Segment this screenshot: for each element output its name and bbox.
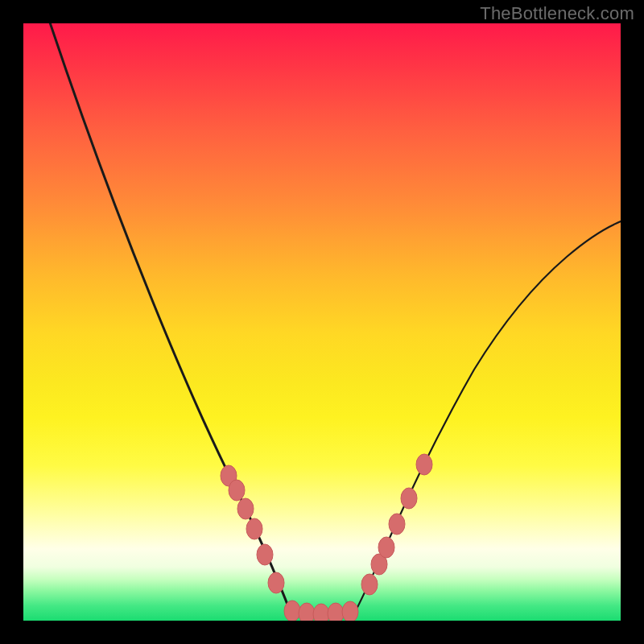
marker-dot (313, 604, 329, 621)
curve-layer (23, 23, 621, 621)
marker-dot (257, 544, 273, 565)
marker-dot (229, 480, 245, 501)
marker-dots (221, 454, 432, 621)
curve-right-arm (353, 217, 621, 615)
marker-dot (416, 454, 432, 475)
marker-dot (342, 601, 358, 621)
watermark-text: TheBottleneck.com (480, 3, 634, 24)
marker-dot (237, 498, 254, 519)
marker-dot (284, 601, 300, 621)
plot-frame (23, 23, 621, 621)
marker-dot (246, 518, 262, 539)
marker-dot (389, 514, 405, 535)
marker-dot (299, 603, 315, 621)
marker-dot (328, 603, 344, 621)
series-paths (47, 23, 621, 619)
marker-dot (401, 488, 417, 509)
marker-dot (378, 537, 394, 558)
marker-dot (361, 574, 378, 595)
marker-dot (268, 572, 284, 593)
